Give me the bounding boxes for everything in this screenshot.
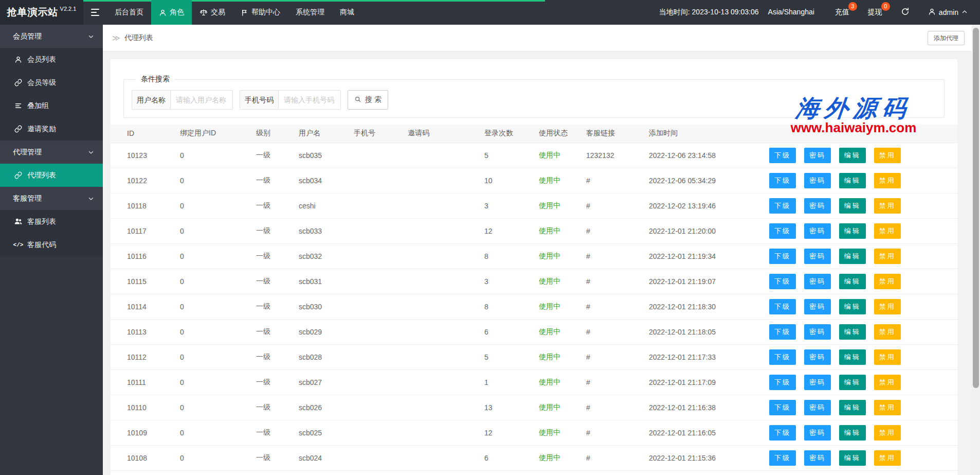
sidebar-group-label: 代理管理 — [13, 148, 42, 157]
edit-button[interactable]: 编辑 — [839, 400, 866, 415]
scrollbar-thumb[interactable] — [973, 28, 979, 388]
sidebar-item-overlay-group[interactable]: 叠加组 — [0, 94, 103, 117]
status-badge: 使用中 — [539, 193, 586, 218]
tab-help[interactable]: 帮助中心 — [233, 0, 288, 25]
topbar: 抢单演示站 V2.2.1 后台首页 角色 交易 帮助中心 系统管理 商城 当地时… — [0, 0, 980, 25]
password-button[interactable]: 密码 — [804, 375, 831, 390]
subordinate-button[interactable]: 下级 — [769, 349, 796, 365]
password-button[interactable]: 密码 — [804, 425, 831, 441]
edit-button[interactable]: 编辑 — [839, 249, 866, 264]
edit-button[interactable]: 编辑 — [839, 274, 866, 289]
subordinate-button[interactable]: 下级 — [769, 324, 796, 340]
cell-created-at: 2022-12-01 21:15:36 — [649, 445, 769, 470]
table-row: 10113 0 一级 scb029 6 使用中 # 2022-12-01 21:… — [111, 319, 957, 344]
cell-level: 一级 — [256, 218, 299, 243]
sidebar-group-service-mgmt[interactable]: 客服管理 — [0, 187, 103, 210]
app-version: V2.2.1 — [60, 6, 77, 12]
disable-button[interactable]: 禁用 — [874, 324, 901, 340]
tab-role[interactable]: 角色 — [151, 0, 192, 25]
edit-button[interactable]: 编辑 — [839, 198, 866, 214]
subordinate-button[interactable]: 下级 — [769, 223, 796, 239]
cell-created-at: 2022-12-01 21:19:07 — [649, 269, 769, 294]
subordinate-button[interactable]: 下级 — [769, 450, 796, 466]
subordinate-button[interactable]: 下级 — [769, 425, 796, 441]
cell-created-at: 2022-12-01 21:16:38 — [649, 395, 769, 420]
cell-created-at: 2022-12-02 13:19:46 — [649, 193, 769, 218]
cell-phone — [354, 445, 408, 470]
sidebar-item-service-code[interactable]: </> 客服代码 — [0, 233, 103, 256]
sidebar-item-agent-list[interactable]: 代理列表 — [0, 164, 103, 187]
disable-button[interactable]: 禁用 — [874, 450, 901, 466]
subordinate-button[interactable]: 下级 — [769, 274, 796, 289]
disable-button[interactable]: 禁用 — [874, 400, 901, 415]
subordinate-button[interactable]: 下级 — [769, 198, 796, 214]
sidebar-group-label: 客服管理 — [13, 194, 42, 203]
disable-button[interactable]: 禁用 — [874, 425, 901, 441]
edit-button[interactable]: 编辑 — [839, 425, 866, 441]
password-button[interactable]: 密码 — [804, 450, 831, 466]
cell-created-at: 2022-12-01 21:17:33 — [649, 344, 769, 370]
subordinate-button[interactable]: 下级 — [769, 400, 796, 415]
sidebar-group-agent-mgmt[interactable]: 代理管理 — [0, 140, 103, 164]
add-agent-button[interactable]: 添加代理 — [928, 31, 965, 45]
subordinate-button[interactable]: 下级 — [769, 299, 796, 314]
username-input[interactable] — [171, 91, 232, 109]
subordinate-button[interactable]: 下级 — [769, 249, 796, 264]
edit-button[interactable]: 编辑 — [839, 299, 866, 314]
password-button[interactable]: 密码 — [804, 173, 831, 188]
subordinate-button[interactable]: 下级 — [769, 173, 796, 188]
disable-button[interactable]: 禁用 — [874, 375, 901, 390]
withdraw-button[interactable]: 提现 0 — [859, 0, 892, 25]
password-button[interactable]: 密码 — [804, 400, 831, 415]
sidebar-toggle-button[interactable] — [83, 0, 107, 25]
edit-button[interactable]: 编辑 — [839, 450, 866, 466]
password-button[interactable]: 密码 — [804, 299, 831, 314]
disable-button[interactable]: 禁用 — [874, 198, 901, 214]
password-button[interactable]: 密码 — [804, 249, 831, 264]
password-button[interactable]: 密码 — [804, 223, 831, 239]
edit-button[interactable]: 编辑 — [839, 324, 866, 340]
password-button[interactable]: 密码 — [804, 324, 831, 340]
refresh-button[interactable] — [892, 0, 919, 25]
subordinate-button[interactable]: 下级 — [769, 375, 796, 390]
password-button[interactable]: 密码 — [804, 349, 831, 365]
disable-button[interactable]: 禁用 — [874, 223, 901, 239]
edit-button[interactable]: 编辑 — [839, 375, 866, 390]
disable-button[interactable]: 禁用 — [874, 148, 901, 163]
sidebar-item-service-list[interactable]: 客服列表 — [0, 210, 103, 233]
edit-button[interactable]: 编辑 — [839, 223, 866, 239]
cell-actions: 下级 密码 编辑 禁用 — [769, 294, 957, 319]
disable-button[interactable]: 禁用 — [874, 173, 901, 188]
tab-mall[interactable]: 商城 — [332, 0, 362, 25]
sidebar-group-member-mgmt[interactable]: 会员管理 — [0, 25, 103, 48]
edit-button[interactable]: 编辑 — [839, 148, 866, 163]
edit-button[interactable]: 编辑 — [839, 349, 866, 365]
password-button[interactable]: 密码 — [804, 198, 831, 214]
disable-button[interactable]: 禁用 — [874, 274, 901, 289]
edit-button[interactable]: 编辑 — [839, 173, 866, 188]
cell-username: scb025 — [299, 420, 354, 445]
search-button[interactable]: 搜 索 — [348, 90, 388, 110]
tab-trade[interactable]: 交易 — [192, 0, 233, 25]
chevron-down-icon — [87, 149, 95, 156]
password-button[interactable]: 密码 — [804, 148, 831, 163]
tab-home[interactable]: 后台首页 — [107, 0, 151, 25]
user-menu[interactable]: admin — [919, 0, 977, 25]
cell-id: 10112 — [111, 344, 180, 370]
sidebar-item-member-list[interactable]: 会员列表 — [0, 48, 103, 71]
tab-system[interactable]: 系统管理 — [288, 0, 332, 25]
disable-button[interactable]: 禁用 — [874, 249, 901, 264]
scrollbar-track[interactable] — [972, 25, 980, 475]
recharge-button[interactable]: 充值 3 — [826, 0, 859, 25]
breadcrumb-icon: ≫ — [112, 33, 120, 43]
password-button[interactable]: 密码 — [804, 274, 831, 289]
table-row: 下级 密码 编辑 禁用 — [111, 470, 957, 475]
disable-button[interactable]: 禁用 — [874, 349, 901, 365]
cell-username: scb026 — [299, 395, 354, 420]
sidebar-item-member-level[interactable]: 会员等级 — [0, 71, 103, 94]
subordinate-button[interactable]: 下级 — [769, 148, 796, 163]
phone-input[interactable] — [279, 91, 340, 109]
disable-button[interactable]: 禁用 — [874, 299, 901, 314]
sidebar-item-invite-reward[interactable]: 邀请奖励 — [0, 117, 103, 140]
cell-phone — [354, 344, 408, 370]
